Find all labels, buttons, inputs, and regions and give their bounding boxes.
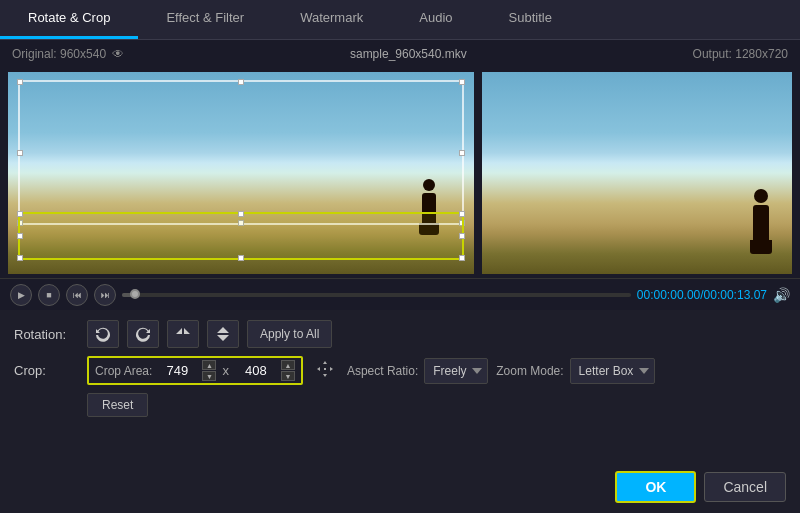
crop-box-inner[interactable]: [18, 212, 464, 260]
crop-move-icon[interactable]: [315, 359, 335, 383]
x-separator: x: [222, 363, 229, 378]
reset-row: Reset: [14, 393, 786, 417]
handle-tm[interactable]: [238, 79, 244, 85]
inner-handle-lm[interactable]: [17, 233, 23, 239]
crop-height-spinner: ▲ ▼: [281, 360, 295, 381]
zoom-mode-group: Zoom Mode: Letter Box: [496, 358, 654, 384]
progress-bar[interactable]: [122, 293, 631, 297]
zoom-mode-label: Zoom Mode:: [496, 364, 563, 378]
crop-area-box: Crop Area: ▲ ▼ x ▲ ▼: [87, 356, 303, 385]
info-bar: Original: 960x540 👁 sample_960x540.mkv O…: [0, 40, 800, 68]
inner-handle-tr[interactable]: [459, 211, 465, 217]
ok-button[interactable]: OK: [615, 471, 696, 503]
reset-button[interactable]: Reset: [87, 393, 148, 417]
tab-subtitle[interactable]: Subtitle: [481, 0, 580, 39]
aspect-ratio-select[interactable]: Freely: [424, 358, 488, 384]
crop-row: Crop: Crop Area: ▲ ▼ x ▲ ▼ Aspect Ratio:: [14, 356, 786, 385]
crop-width-input[interactable]: [156, 363, 198, 378]
crop-width-spinner: ▲ ▼: [202, 360, 216, 381]
output-image: [482, 72, 792, 274]
rotate-right-button[interactable]: [127, 320, 159, 348]
bottom-bar: OK Cancel: [601, 461, 800, 513]
apply-all-button[interactable]: Apply to All: [247, 320, 332, 348]
output-size: Output: 1280x720: [693, 47, 788, 61]
flip-h-icon: [175, 326, 191, 342]
tab-bar: Rotate & Crop Effect & Filter Watermark …: [0, 0, 800, 40]
inner-handle-rm[interactable]: [459, 233, 465, 239]
inner-handle-bl[interactable]: [17, 255, 23, 261]
original-size: Original: 960x540: [12, 47, 106, 61]
crop-label: Crop:: [14, 363, 79, 378]
inner-handle-br[interactable]: [459, 255, 465, 261]
crop-width-up[interactable]: ▲: [202, 360, 216, 370]
flip-vertical-button[interactable]: [207, 320, 239, 348]
crop-height-up[interactable]: ▲: [281, 360, 295, 370]
inner-handle-tl[interactable]: [17, 211, 23, 217]
tab-audio[interactable]: Audio: [391, 0, 480, 39]
handle-tr[interactable]: [459, 79, 465, 85]
play-button[interactable]: ▶: [10, 284, 32, 306]
zoom-mode-select[interactable]: Letter Box: [570, 358, 655, 384]
next-button[interactable]: ⏭: [94, 284, 116, 306]
rotate-right-icon: [135, 326, 151, 342]
crop-height-down[interactable]: ▼: [281, 371, 295, 381]
crop-width-down[interactable]: ▼: [202, 371, 216, 381]
handle-tl[interactable]: [17, 79, 23, 85]
controls-area: Rotation: Apply to All Crop:: [0, 310, 800, 427]
aspect-ratio-group: Aspect Ratio: Freely: [347, 358, 488, 384]
eye-icon[interactable]: 👁: [112, 47, 124, 61]
handle-lm[interactable]: [17, 150, 23, 156]
prev-button[interactable]: ⏮: [66, 284, 88, 306]
inner-handle-tm[interactable]: [238, 211, 244, 217]
time-display: 00:00:00.00/00:00:13.07: [637, 288, 767, 302]
playback-bar: ▶ ■ ⏮ ⏭ 00:00:00.00/00:00:13.07 🔊: [0, 278, 800, 310]
tab-rotate-crop[interactable]: Rotate & Crop: [0, 0, 138, 39]
tab-effect-filter[interactable]: Effect & Filter: [138, 0, 272, 39]
output-preview: [482, 72, 792, 274]
crop-height-input[interactable]: [235, 363, 277, 378]
preview-area: [0, 68, 800, 278]
crop-box-outer[interactable]: [18, 80, 464, 225]
cancel-button[interactable]: Cancel: [704, 472, 786, 502]
tab-watermark[interactable]: Watermark: [272, 0, 391, 39]
inner-handle-bm[interactable]: [238, 255, 244, 261]
flip-horizontal-button[interactable]: [167, 320, 199, 348]
source-preview: [8, 72, 474, 274]
rotation-row: Rotation: Apply to All: [14, 320, 786, 348]
rotation-label: Rotation:: [14, 327, 79, 342]
crop-area-label: Crop Area:: [95, 364, 152, 378]
rotate-left-icon: [95, 326, 111, 342]
aspect-ratio-label: Aspect Ratio:: [347, 364, 418, 378]
progress-dot: [130, 289, 140, 299]
flip-v-icon: [215, 326, 231, 342]
handle-rm[interactable]: [459, 150, 465, 156]
volume-icon[interactable]: 🔊: [773, 287, 790, 303]
crop-overlay: [8, 72, 474, 274]
stop-button[interactable]: ■: [38, 284, 60, 306]
filename: sample_960x540.mkv: [350, 47, 467, 61]
rotate-left-button[interactable]: [87, 320, 119, 348]
